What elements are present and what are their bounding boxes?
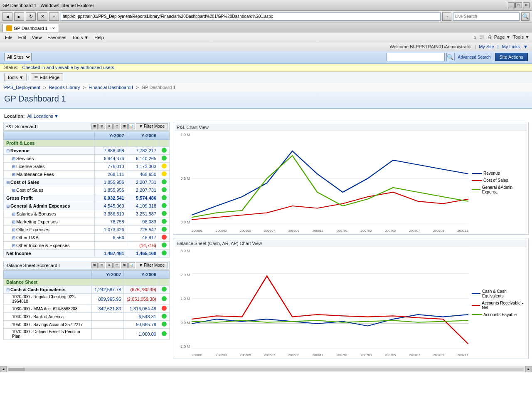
tab-close-icon[interactable]: ✕ [52,26,55,30]
edit-page-button[interactable]: ✏ Edit Page [31,73,63,81]
tools-menu-icon[interactable]: Tools ▼ [513,35,530,40]
expand-icon[interactable]: ⊞ [12,164,15,169]
bs-ctrl-6[interactable]: 📊 [128,262,135,268]
expand-icon[interactable]: ⊞ [12,235,15,240]
sp-search-button[interactable]: 🔍 [446,53,455,61]
status-message[interactable]: Checked in and viewable by authorized us… [22,65,115,70]
favorites-menu[interactable]: Favorites [45,34,69,41]
pl-ctrl-2[interactable]: ⊟ [99,124,105,129]
browser-title: GP Dashboard 1 - Windows Internet Explor… [2,3,94,8]
filter-mode-button[interactable]: ▼ Filter Mode [136,123,167,129]
back-button[interactable]: ◄ [2,12,12,21]
go-button[interactable]: → [442,12,451,21]
expand-icon[interactable]: ⊟ [6,180,10,185]
bs-ctrl-2[interactable]: ⊟ [99,262,105,268]
bs-ctrl-3[interactable]: ≡ [106,262,113,268]
breadcrumb-pps[interactable]: PPS_Deployment [4,85,40,90]
pl-legend-revenue: Revenue [472,171,523,176]
expand-icon[interactable]: ⊟ [6,287,10,292]
welcome-text: Welcome BI-PPSTRAIN01\Administrator [389,44,472,49]
location-dropdown[interactable]: All Locations ▼ [27,114,59,119]
stop-button[interactable]: ✕ [37,12,47,21]
bs-ctrl-5[interactable]: ⊞ [121,262,128,268]
pl-ctrl-3[interactable]: ≡ [106,124,113,129]
advanced-search-link[interactable]: Advanced Search [458,55,491,59]
tools-menu-browser[interactable]: Tools ▼ [70,34,91,41]
row-label: ⊞Cost of Sales [4,186,95,194]
file-menu[interactable]: File [2,34,15,41]
expand-icon[interactable]: ⊞ [12,220,15,224]
sites-select[interactable]: All Sites [4,53,32,61]
pl-chart-legend: Revenue Cost of Sales General &Admin Exp… [468,133,527,233]
table-row: Gross Profit 6,032,541 5,574,486 [4,194,170,202]
breadcrumb-financial[interactable]: Financial Dashboard I [89,85,133,90]
row-label: 1040-000 - Bank of America [4,313,92,321]
address-bar[interactable] [61,12,441,21]
pl-ctrl-1[interactable]: ⊞ [91,124,98,129]
scroll-thumb[interactable] [8,368,25,371]
expand-icon[interactable]: ⊟ [6,204,10,208]
pl-x-label: 200603 [216,229,227,233]
help-menu[interactable]: Help [92,34,106,41]
row-label: 1030-000 - MMA Acc. 624-6568208 [4,305,92,313]
table-row: 1030-000 - MMA Acc. 624-6568208 342,621.… [4,305,170,313]
scroll-left-button[interactable]: ◄ [0,366,7,373]
row-label: ⊞Salaries & Bonuses [4,210,95,218]
indicator-green [162,179,167,184]
feeds-icon[interactable]: 📰 [479,35,485,40]
home-button[interactable]: ⌂ [49,12,59,21]
pl-legend-ga-label: General &Admin Expens.. [482,185,523,194]
expand-icon[interactable]: ⊞ [12,156,15,161]
row-indicator [159,321,170,329]
my-site-link[interactable]: My Site [479,44,494,49]
pl-ctrl-4[interactable]: ⊡ [113,124,120,129]
pl-ctrl-6[interactable]: 📊 [128,124,135,129]
row-yr2006: (14,716) [127,242,159,250]
expand-icon[interactable]: ⊞ [12,243,15,248]
row-yr2007: 6,566 [95,234,127,242]
tools-button[interactable]: Tools ▼ [4,74,27,81]
pl-x-label: 200605 [240,229,251,233]
pl-ctrl-5[interactable]: ⊞ [121,124,128,129]
bs-filter-mode-button[interactable]: ▼ Filter Mode [136,262,167,268]
print-icon[interactable]: 🖨 [487,35,492,40]
active-tab[interactable]: GP Dashboard 1 ✕ [2,24,59,32]
expand-icon[interactable]: ⊞ [12,212,15,216]
search-button[interactable]: 🔍 [521,12,530,21]
edit-menu[interactable]: Edit [16,34,29,41]
scroll-track[interactable] [8,368,524,371]
indicator-green [162,148,167,153]
table-row: ⊞Marketing Expenses 78,758 98,083 [4,218,170,226]
bs-filter-mode-label: Filter Mode [144,263,165,267]
table-row: 1070-000 - Defined Benefits Pension Plan… [4,329,170,340]
view-menu[interactable]: View [30,34,44,41]
pl-x-label: 200707 [409,229,420,233]
expand-icon[interactable]: ⊞ [12,228,15,232]
sp-search-input[interactable] [387,53,445,61]
bs-scorecard-controls: ⊞ ⊟ ≡ ⊡ ⊞ 📊 ▼ Filter Mode [91,262,167,268]
breadcrumb-reports[interactable]: Reports Library [49,85,80,90]
forward-button[interactable]: ► [14,12,24,21]
row-label: 1020-000 - Regular Checking 022-1964810 [4,294,92,305]
indicator-yellow [162,163,167,168]
edit-page-label: Edit Page [39,75,59,80]
row-indicator [159,279,170,286]
my-links-link[interactable]: My Links [502,44,520,49]
site-actions-button[interactable]: Site Actions [495,53,528,61]
home-icon[interactable]: ⌂ [473,35,476,40]
bs-ctrl-1[interactable]: ⊞ [91,262,98,268]
page-menu[interactable]: Page ▼ [494,35,511,40]
sites-dropdown: All Sites [4,53,32,61]
expand-icon[interactable]: ⊞ [12,172,15,177]
search-input[interactable] [453,12,520,21]
bs-y-label-3: 1.0 M [180,297,190,301]
row-indicator [159,163,170,171]
close-button[interactable]: ✕ [523,2,530,8]
maximize-button[interactable]: □ [515,2,522,8]
minimize-button[interactable]: _ [508,2,515,8]
expand-icon[interactable]: ⊟ [6,149,10,153]
scroll-right-button[interactable]: ► [525,366,532,373]
bs-ctrl-4[interactable]: ⊡ [113,262,120,268]
expand-icon[interactable]: ⊞ [12,188,15,193]
refresh-button[interactable]: ↻ [26,12,36,21]
